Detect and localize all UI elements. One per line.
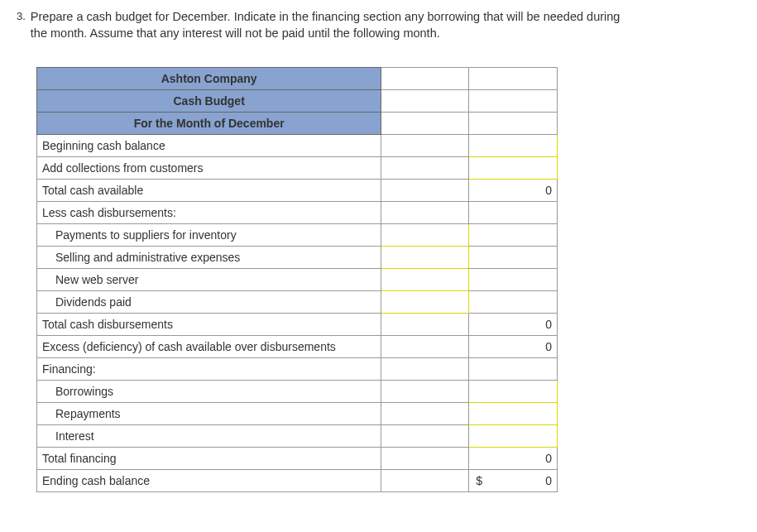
report-title: Cash Budget [37, 89, 381, 112]
header-blank-2 [469, 67, 558, 89]
label-new-web-server: New web server [37, 268, 381, 290]
value-total-disbursements: 0 [469, 313, 558, 335]
row-less-disbursements: Less cash disbursements: [37, 201, 558, 223]
row-ending-cash-balance: Ending cash balance $ 0 [37, 469, 558, 491]
row-new-web-server: New web server [37, 268, 558, 290]
row-beginning-cash: Beginning cash balance [37, 134, 558, 156]
row-borrowings: Borrowings [37, 380, 558, 402]
value-total-cash-available: 0 [469, 179, 558, 201]
header-company-row: Ashton Company [37, 67, 558, 89]
question-block: 3. Prepare a cash budget for December. I… [17, 8, 740, 42]
label-selling-admin: Selling and administrative expenses [37, 246, 381, 268]
row-add-collections: Add collections from customers [37, 156, 558, 179]
label-total-cash-available: Total cash available [37, 179, 381, 201]
ending-cash-amount: 0 [545, 474, 552, 487]
row-excess-deficiency: Excess (deficiency) of cash available ov… [37, 335, 558, 357]
row-selling-admin: Selling and administrative expenses [37, 246, 558, 268]
row-dividends-paid: Dividends paid [37, 290, 558, 313]
label-financing: Financing: [37, 357, 381, 380]
input-beginning-cash[interactable] [469, 134, 558, 156]
label-less-disbursements: Less cash disbursements: [37, 201, 381, 223]
company-name: Ashton Company [37, 67, 381, 89]
input-interest[interactable] [469, 424, 558, 447]
row-financing: Financing: [37, 357, 558, 380]
input-dividends-paid[interactable] [381, 290, 469, 313]
header-report-row: Cash Budget [37, 89, 558, 112]
label-total-disbursements: Total cash disbursements [37, 313, 381, 335]
input-payments-suppliers[interactable] [381, 223, 469, 246]
label-payments-suppliers: Payments to suppliers for inventory [37, 223, 381, 246]
value-ending-cash-balance: $ 0 [469, 469, 558, 491]
report-period: For the Month of December [37, 112, 381, 134]
label-excess-deficiency: Excess (deficiency) of cash available ov… [37, 335, 381, 357]
label-beginning-cash: Beginning cash balance [37, 134, 381, 156]
label-total-financing: Total financing [37, 447, 381, 469]
row-repayments: Repayments [37, 402, 558, 424]
header-period-row: For the Month of December [37, 112, 558, 134]
cash-budget-table: Ashton Company Cash Budget For the Month… [36, 67, 558, 492]
header-blank-1 [381, 67, 469, 89]
currency-symbol: $ [474, 474, 482, 487]
value-excess-deficiency: 0 [469, 335, 558, 357]
row-interest: Interest [37, 424, 558, 447]
label-ending-cash-balance: Ending cash balance [37, 469, 381, 491]
row-payments-suppliers: Payments to suppliers for inventory [37, 223, 558, 246]
value-total-financing: 0 [469, 447, 558, 469]
question-text: Prepare a cash budget for December. Indi… [31, 8, 626, 42]
input-selling-admin[interactable] [381, 246, 469, 268]
label-dividends-paid: Dividends paid [37, 290, 381, 313]
label-interest: Interest [37, 424, 381, 447]
input-add-collections[interactable] [469, 156, 558, 179]
input-borrowings[interactable] [469, 380, 558, 402]
row-total-cash-available: Total cash available 0 [37, 179, 558, 201]
question-number: 3. [17, 8, 26, 22]
input-repayments[interactable] [469, 402, 558, 424]
row-total-disbursements: Total cash disbursements 0 [37, 313, 558, 335]
row-total-financing: Total financing 0 [37, 447, 558, 469]
label-borrowings: Borrowings [37, 380, 381, 402]
input-new-web-server[interactable] [381, 268, 469, 290]
label-repayments: Repayments [37, 402, 381, 424]
label-add-collections: Add collections from customers [37, 156, 381, 179]
